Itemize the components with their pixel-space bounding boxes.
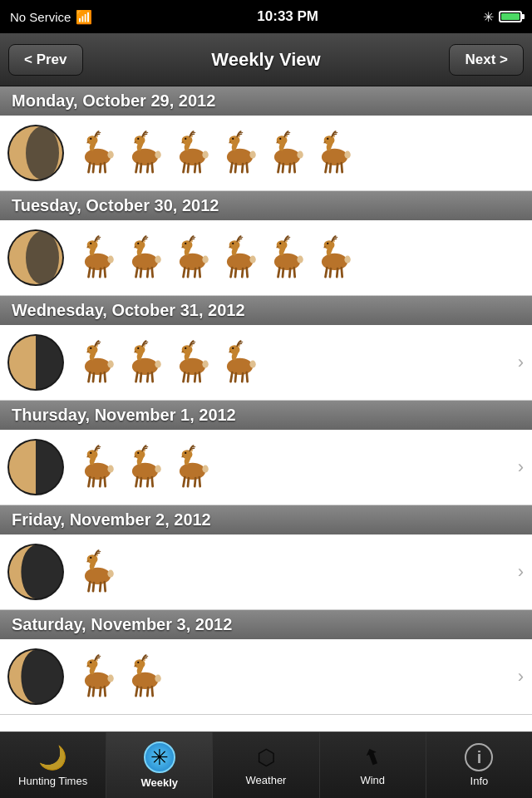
deer-row bbox=[71, 336, 529, 389]
svg-line-98 bbox=[330, 268, 331, 277]
svg-line-157 bbox=[184, 477, 185, 486]
battery-fill bbox=[501, 13, 520, 20]
svg-point-101 bbox=[344, 256, 350, 264]
svg-line-46 bbox=[326, 163, 328, 172]
svg-point-54 bbox=[85, 254, 111, 270]
svg-line-168 bbox=[93, 583, 94, 591]
tab-wind[interactable]: ⬆ Wind bbox=[320, 732, 426, 798]
day-section[interactable]: Friday, November 2, 2012 › bbox=[0, 505, 532, 610]
svg-line-125 bbox=[195, 373, 195, 382]
svg-line-158 bbox=[188, 478, 189, 486]
svg-line-49 bbox=[342, 163, 342, 172]
svg-line-124 bbox=[188, 373, 189, 382]
deer-icon bbox=[75, 545, 121, 598]
deer-row bbox=[71, 650, 529, 703]
svg-point-10 bbox=[107, 151, 113, 159]
tab-weekly[interactable]: ✳ Weekly bbox=[106, 732, 213, 798]
svg-point-184 bbox=[137, 662, 139, 663]
svg-line-143 bbox=[100, 478, 101, 486]
tab-info[interactable]: i Info bbox=[426, 732, 532, 798]
day-label: Saturday, November 3, 2012 bbox=[12, 615, 232, 634]
svg-line-123 bbox=[184, 372, 185, 382]
day-section[interactable]: Saturday, November 3, 2012 bbox=[0, 610, 532, 715]
day-section[interactable]: Thursday, November 1, 2012 bbox=[0, 401, 532, 505]
moon-phase-icon bbox=[3, 644, 68, 709]
svg-line-16 bbox=[147, 164, 148, 172]
prev-button[interactable]: < Prev bbox=[8, 44, 83, 76]
page-title: Weekly View bbox=[211, 49, 320, 71]
svg-point-104 bbox=[85, 358, 111, 375]
svg-line-81 bbox=[231, 268, 233, 277]
svg-line-65 bbox=[136, 268, 138, 277]
battery-icon bbox=[499, 11, 522, 22]
day-body[interactable]: › bbox=[0, 325, 532, 400]
chevron-right-icon: › bbox=[518, 456, 524, 478]
svg-point-156 bbox=[185, 452, 186, 454]
svg-line-73 bbox=[184, 268, 185, 277]
svg-point-11 bbox=[132, 149, 158, 165]
day-body bbox=[0, 220, 532, 295]
svg-point-166 bbox=[90, 557, 91, 559]
svg-point-161 bbox=[202, 466, 208, 473]
svg-line-32 bbox=[242, 164, 243, 172]
svg-line-117 bbox=[147, 373, 148, 382]
deer-row bbox=[71, 126, 529, 180]
svg-line-141 bbox=[89, 477, 91, 486]
svg-line-110 bbox=[105, 372, 106, 382]
day-header: Tuesday, October 30, 2012 bbox=[0, 191, 532, 220]
chevron-right-icon: › bbox=[518, 666, 524, 687]
svg-point-85 bbox=[249, 256, 255, 264]
svg-line-167 bbox=[89, 582, 91, 591]
tab-weather[interactable]: ⬡ Weather bbox=[213, 732, 319, 798]
tab-hunting-times[interactable]: 🌙 Hunting Times bbox=[0, 732, 106, 798]
deer-icon bbox=[217, 126, 263, 180]
day-body[interactable]: › bbox=[0, 430, 532, 505]
svg-line-177 bbox=[89, 687, 91, 696]
svg-point-119 bbox=[155, 361, 160, 368]
hunting-times-icon: 🌙 bbox=[38, 744, 67, 771]
next-button[interactable]: Next > bbox=[449, 44, 524, 76]
svg-point-27 bbox=[227, 149, 253, 165]
status-right: ✳ bbox=[483, 9, 522, 25]
day-section: Tuesday, October 30, 2012 bbox=[0, 191, 532, 296]
svg-line-115 bbox=[136, 372, 138, 382]
day-body[interactable]: › bbox=[0, 639, 532, 714]
svg-line-90 bbox=[283, 268, 283, 277]
svg-line-22 bbox=[184, 163, 185, 172]
svg-line-159 bbox=[195, 478, 195, 486]
deer-icon bbox=[217, 336, 263, 389]
weather-label: Weather bbox=[246, 774, 287, 786]
svg-point-72 bbox=[185, 243, 186, 244]
day-section[interactable]: Wednesday, October 31, 2012 bbox=[0, 296, 532, 401]
svg-point-3 bbox=[85, 149, 111, 165]
svg-line-150 bbox=[140, 478, 141, 486]
svg-line-30 bbox=[231, 163, 233, 172]
svg-line-23 bbox=[188, 164, 189, 172]
svg-line-108 bbox=[93, 373, 94, 382]
day-section: Monday, October 29, 2012 bbox=[0, 86, 532, 191]
svg-point-94 bbox=[322, 254, 347, 270]
svg-line-84 bbox=[247, 268, 248, 277]
svg-line-91 bbox=[289, 268, 290, 277]
svg-line-31 bbox=[235, 164, 236, 172]
svg-line-133 bbox=[242, 373, 243, 382]
svg-point-112 bbox=[132, 358, 158, 375]
svg-point-111 bbox=[107, 361, 113, 368]
info-icon: i bbox=[465, 743, 493, 771]
deer-icon bbox=[264, 231, 310, 284]
svg-line-7 bbox=[93, 164, 94, 172]
day-label: Tuesday, October 30, 2012 bbox=[12, 196, 219, 215]
svg-line-169 bbox=[100, 583, 101, 591]
day-label: Wednesday, October 31, 2012 bbox=[12, 301, 245, 320]
day-body[interactable]: › bbox=[0, 534, 532, 609]
svg-line-97 bbox=[326, 268, 328, 277]
svg-line-15 bbox=[140, 164, 141, 172]
svg-line-126 bbox=[200, 372, 200, 382]
svg-line-67 bbox=[147, 268, 148, 277]
svg-line-83 bbox=[242, 268, 243, 277]
deer-icon bbox=[75, 336, 121, 389]
svg-line-186 bbox=[140, 687, 141, 696]
svg-line-8 bbox=[100, 164, 101, 172]
deer-icon bbox=[170, 441, 215, 494]
svg-point-53 bbox=[26, 231, 59, 284]
